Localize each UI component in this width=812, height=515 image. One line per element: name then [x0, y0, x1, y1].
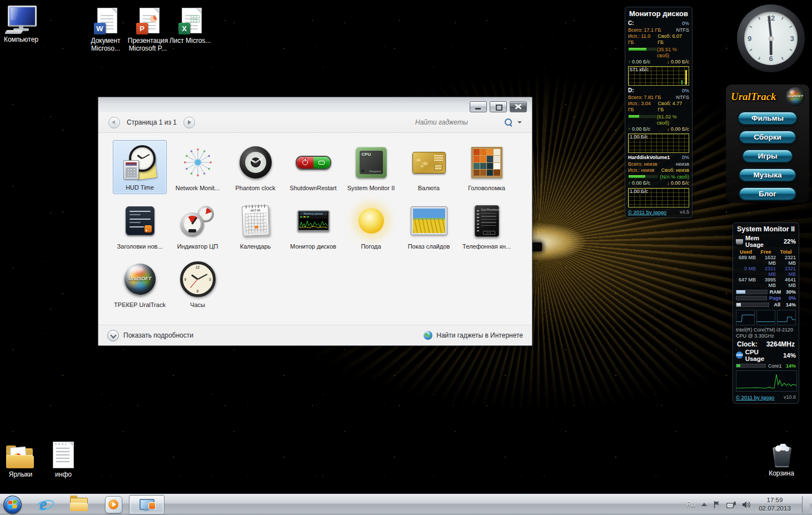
desktop-icon-label: Презентация Microsoft P... — [124, 37, 171, 53]
gadget-tile-system-monitor[interactable]: CPUFrequenz System Monitor II — [344, 140, 398, 194]
search-input[interactable] — [414, 118, 500, 127]
gadget-tile-weather[interactable]: Погода — [344, 199, 398, 252]
action-center-flag-icon[interactable] — [713, 501, 721, 509]
shutdown-restart-icon — [286, 140, 340, 185]
close-button[interactable] — [510, 101, 527, 112]
desktop-icon-info[interactable]: инфо — [40, 438, 87, 478]
taskbar-active-gadget-gallery[interactable] — [129, 495, 165, 514]
desktop-icon-excel[interactable]: X Лист Micros... — [167, 4, 213, 44]
restore-button[interactable] — [490, 101, 507, 112]
clock-gadget[interactable]: 12 3 6 9 — [737, 4, 805, 72]
uraltrack-builds-button[interactable]: Сборки — [739, 130, 796, 144]
sun-icon — [344, 199, 398, 243]
gadget-gallery-window: Страница 1 из 1 HUD Time — [98, 97, 532, 346]
gadget-tile-hud-time[interactable]: HUD Time — [113, 140, 167, 194]
taskbar-internet-explorer[interactable]: e — [32, 494, 57, 515]
upload-arrow-icon: ↑ — [628, 126, 631, 132]
disk-monitor-drive-hdv1: HarddiskVolume10% Всего: неизвнеизв Исп.… — [628, 155, 689, 207]
disk-monitor-mini-icon: Монитор дисков — [286, 199, 340, 243]
cpu-model-text: Intel(R) Core(TM) i3-2120 CPU @ 3.30GHz — [736, 327, 796, 340]
uraltrack-blog-button[interactable]: Блог — [739, 187, 796, 201]
gallery-footer: Показать подробности Найти гаджеты в Инт… — [98, 325, 532, 345]
system-monitor-title: System Monitor II — [736, 225, 796, 233]
uralsoft-sphere-icon: UralSOFT — [786, 87, 805, 106]
network-icon[interactable] — [726, 501, 736, 509]
disk-io-graph: 1.00 Б/с — [628, 133, 689, 153]
tray-time: 17:59 — [756, 496, 793, 504]
disk-monitor-drive-c: C:0% Всего: 17.1 ГБNTFS Исп.: 11.0 ГБСво… — [628, 20, 689, 86]
gadget-tile-currency[interactable]: Валюта — [402, 140, 456, 194]
news-feed-icon — [113, 199, 167, 243]
uraltrack-logo: UralTrack — [731, 91, 776, 103]
desktop-icon-word-doc[interactable]: W Документ Microso... — [82, 4, 129, 53]
all-usage-bar: All14% — [736, 302, 796, 308]
disk-monitor-title: Монитор дисков — [628, 9, 689, 18]
gadget-tile-calendar[interactable]: OCT 06 Календарь — [228, 199, 282, 252]
disk-io-graph: 1.00 Б/с — [628, 188, 689, 207]
uraltrack-music-button[interactable]: Музыка — [739, 168, 796, 182]
ram-chip-icon — [736, 239, 743, 244]
gadget-tile-slideshow[interactable]: Показ слайдов — [402, 199, 456, 252]
gadget-tile-phonebook[interactable]: Cool Phonebook 1 / 1 Телефонная кн... — [460, 199, 514, 252]
desktop-icon-computer[interactable]: Компьютер — [0, 3, 44, 43]
download-arrow-icon: ↓ — [667, 59, 670, 65]
rss-icon — [145, 225, 152, 232]
gadget-tile-news-headlines[interactable]: Заголовки нов... — [113, 199, 167, 252]
show-hidden-icons-button[interactable] — [701, 500, 707, 506]
system-monitor-version: v10.6 — [784, 394, 796, 400]
find-gadgets-online-link[interactable]: Найти гаджеты в Интернете — [424, 331, 523, 340]
tray-date: 02.07.2013 — [756, 504, 793, 513]
next-page-button[interactable] — [183, 117, 195, 128]
cpu-chip-icon: CPUFrequenz — [344, 140, 398, 185]
search-options-caret-icon[interactable] — [517, 121, 522, 126]
igogo-copyright-link[interactable]: © 2011 by Igogo — [736, 394, 774, 400]
gadget-tile-uraltrack-tracker[interactable]: UralSOFT ТРЕКЕР UralTrack — [113, 257, 167, 311]
desktop-icon-recycle-bin[interactable]: Корзина — [758, 437, 805, 477]
desktop-icon-label: Компьютер — [0, 36, 44, 43]
disk-usage-bar — [628, 47, 657, 51]
uraltrack-games-button[interactable]: Игры — [742, 149, 793, 163]
igogo-copyright-link[interactable]: © 2011 by Igogo — [628, 209, 666, 216]
cpu-history-graph — [736, 370, 797, 392]
mem-usage-value: 22% — [784, 238, 796, 245]
previous-page-button[interactable] — [108, 117, 120, 128]
gadget-tile-shutdownrestart[interactable]: ShutdownRestart — [286, 140, 340, 194]
folder-icon — [70, 498, 88, 511]
globe-icon — [424, 331, 432, 340]
gallery-navigation-bar: Страница 1 из 1 — [98, 112, 532, 133]
gadget-tile-clock[interactable]: 123 69 Часы — [171, 257, 225, 311]
uraltrack-films-button[interactable]: Фильмы — [738, 111, 798, 125]
language-indicator[interactable]: RU — [686, 501, 696, 508]
show-details-link[interactable]: Показать подробности — [123, 331, 193, 339]
disk-monitor-drive-d: D:0% Всего: 7.81 ГБNTFS Исп.: 3.04 ГБСво… — [628, 87, 689, 153]
minimize-button[interactable] — [470, 101, 487, 112]
upload-arrow-icon: ↑ — [628, 180, 631, 186]
desktop-icon-label: Корзина — [758, 469, 805, 477]
uralsoft-sphere-icon: UralSOFT — [113, 257, 167, 301]
excel-file-icon: X — [167, 4, 213, 34]
memory-row-physical: 689 MB1632 MB2321 MB — [736, 255, 796, 266]
gadget-tile-disk-monitor[interactable]: Монитор дисков Монитор дисков — [286, 199, 340, 252]
taskbar-media-player[interactable] — [101, 494, 126, 515]
disk-usage-bar — [628, 175, 658, 179]
desktop-icon-powerpoint[interactable]: P Презентация Microsoft P... — [124, 4, 171, 53]
gadget-tile-puzzle[interactable]: Головоломка — [460, 140, 514, 194]
disk-monitor-gadget[interactable]: Монитор дисков C:0% Всего: 17.1 ГБNTFS И… — [625, 7, 693, 218]
show-details-chevron-icon[interactable] — [107, 330, 119, 341]
taskbar-clock[interactable]: 17:59 02.07.2013 — [756, 496, 793, 513]
search-icon[interactable] — [504, 118, 513, 127]
gadget-tile-cpu-meter[interactable]: Индикатор ЦП — [171, 199, 225, 252]
start-button[interactable] — [0, 494, 24, 515]
uraltrack-gadget: UralTrack UralSOFT Фильмы Сборки Игры Му… — [726, 85, 809, 203]
cpu-usage-row: intel CPU Usage 14% — [736, 349, 796, 362]
desktop-icon-shortcuts[interactable]: Ярлыки — [0, 438, 44, 478]
system-monitor-gadget[interactable]: System Monitor II Mem Usage 22% UsedFree… — [733, 222, 799, 404]
taskbar-explorer[interactable] — [67, 494, 91, 515]
gadget-tile-network-monitor[interactable]: Network Monit... — [171, 140, 225, 194]
show-desktop-button[interactable] — [802, 496, 810, 513]
volume-icon[interactable] — [742, 501, 751, 509]
window-titlebar[interactable] — [98, 97, 532, 113]
gadget-tile-phantom-clock[interactable]: Phantom clock — [228, 140, 282, 194]
disk-usage-bar — [628, 115, 657, 118]
folder-chrome-icon — [0, 438, 44, 468]
